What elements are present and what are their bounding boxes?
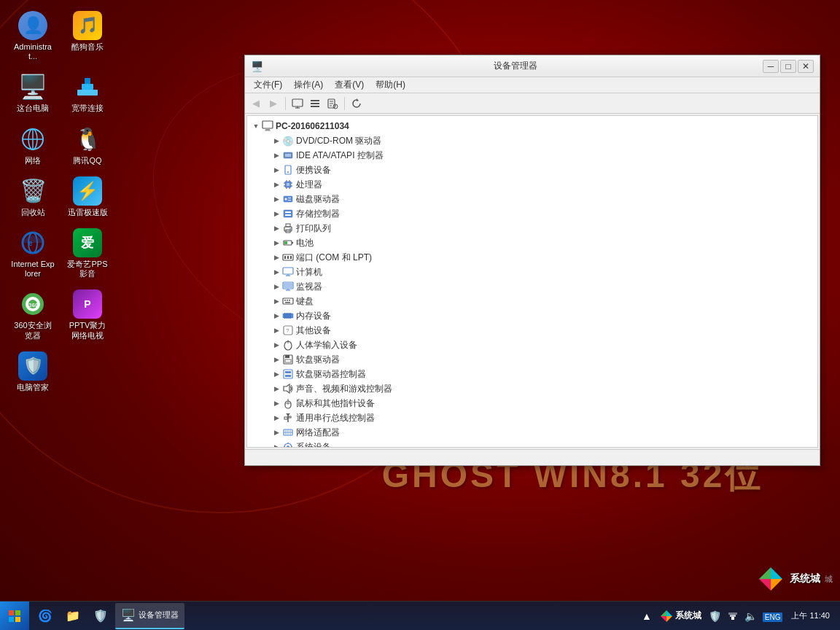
desktop-icon-broadband[interactable]: 宽带连接 bbox=[62, 69, 113, 117]
taskbar-shield[interactable]: 🛡️ bbox=[88, 603, 114, 629]
expand-storage[interactable]: ▶ bbox=[271, 208, 282, 219]
svg-marker-122 bbox=[666, 610, 672, 616]
desktop-icon-music[interactable]: 🎵 酷狗音乐 bbox=[62, 7, 113, 65]
toolbar-back[interactable]: ◀ bbox=[248, 96, 264, 112]
icon-floppy bbox=[282, 354, 294, 365]
svg-rect-37 bbox=[285, 154, 291, 157]
menu-action[interactable]: 操作(A) bbox=[288, 77, 329, 93]
tree-item-floppy[interactable]: ▶ 软盘驱动器 bbox=[247, 352, 817, 367]
desktop-icon-thunder[interactable]: ⚡ 迅雷极速版 bbox=[62, 173, 113, 221]
tree-item-disk[interactable]: ▶ 磁盘驱动器 bbox=[247, 192, 817, 206]
icon-label-iqiyi: 爱奇艺PPS影音 bbox=[66, 260, 109, 279]
tray-show-icons[interactable]: ▲ bbox=[640, 609, 653, 623]
tree-item-keyboard[interactable]: ▶ 键盘 bbox=[247, 294, 817, 308]
toolbar-properties[interactable] bbox=[324, 96, 341, 112]
taskbar-ie[interactable]: 🌀 bbox=[32, 603, 58, 629]
tree-item-monitor[interactable]: ▶ 监视器 bbox=[247, 279, 817, 294]
tray-volume[interactable]: 🔈 bbox=[743, 609, 758, 623]
tree-item-system[interactable]: ▶ 系统设备 bbox=[247, 440, 817, 448]
expand-hid[interactable]: ▶ bbox=[271, 339, 282, 351]
tray-lang-text: ENG bbox=[763, 612, 783, 622]
toolbar-refresh[interactable] bbox=[349, 96, 365, 112]
expand-system[interactable]: ▶ bbox=[271, 441, 282, 448]
minimize-button[interactable]: ─ bbox=[763, 60, 779, 73]
start-button[interactable] bbox=[0, 602, 29, 631]
toolbar-forward[interactable]: ▶ bbox=[265, 96, 281, 112]
device-tree[interactable]: ▼ PC-201606211034 ▶ 💿 DVD/CD-ROM 驱动器 bbox=[246, 115, 818, 448]
tray-clock[interactable]: 上午 11:40 bbox=[787, 611, 834, 621]
tree-item-portable[interactable]: ▶ 便携设备 bbox=[247, 163, 817, 177]
desktop-icon-admin[interactable]: 👤 Administrat... bbox=[7, 7, 58, 65]
expand-monitor[interactable]: ▶ bbox=[271, 281, 282, 292]
expand-printer[interactable]: ▶ bbox=[271, 222, 282, 234]
icon-system bbox=[282, 441, 294, 448]
icon-label-computer: 这台电脑 bbox=[17, 104, 49, 113]
svg-rect-93 bbox=[285, 359, 291, 362]
svg-rect-83 bbox=[287, 313, 288, 319]
tree-item-ide[interactable]: ▶ IDE ATA/ATAPI 控制器 bbox=[247, 148, 817, 163]
label-hid: 人体学输入设备 bbox=[296, 339, 357, 351]
desktop-icon-recycle[interactable]: 🗑️ 回收站 bbox=[7, 173, 58, 221]
tree-item-audio[interactable]: ▶ 声音、视频和游戏控制器 bbox=[247, 381, 817, 396]
tree-item-computer[interactable]: ▶ 计算机 bbox=[247, 265, 817, 279]
svg-rect-41 bbox=[287, 183, 289, 186]
tree-item-port[interactable]: ▶ 端口 (COM 和 LPT) bbox=[247, 250, 817, 265]
desktop-icon-360[interactable]: 360 360安全浏览器 bbox=[7, 286, 58, 343]
tree-item-memory[interactable]: ▶ 内存设备 bbox=[247, 308, 817, 323]
tree-item-printer[interactable]: ▶ 打印队列 bbox=[247, 221, 817, 236]
expand-mouse[interactable]: ▶ bbox=[271, 397, 282, 409]
expand-fdc[interactable]: ▶ bbox=[271, 368, 282, 380]
desktop-icon-ie[interactable]: e Internet Explorer bbox=[7, 225, 58, 282]
label-storage: 存储控制器 bbox=[296, 208, 340, 220]
desktop-icon-pcmgr[interactable]: 🛡️ 电脑管家 bbox=[7, 348, 58, 396]
expand-computer[interactable]: ▶ bbox=[271, 266, 282, 278]
tree-item-hid[interactable]: ▶ 人体学输入设备 bbox=[247, 338, 817, 352]
tree-item-storage[interactable]: ▶ 存储控制器 bbox=[247, 206, 817, 221]
expand-processor[interactable]: ▶ bbox=[271, 179, 282, 190]
expand-disk[interactable]: ▶ bbox=[271, 193, 282, 205]
desktop-icon-qq[interactable]: 🐧 腾讯QQ bbox=[62, 121, 113, 169]
expand-memory[interactable]: ▶ bbox=[271, 310, 282, 322]
toolbar-computer[interactable] bbox=[289, 96, 306, 112]
menu-view[interactable]: 查看(V) bbox=[329, 77, 370, 93]
svg-rect-24 bbox=[311, 103, 319, 104]
svg-rect-77 bbox=[287, 300, 288, 301]
tree-item-usb[interactable]: ▶ 通用串行总线控制器 bbox=[247, 411, 817, 425]
tree-root-node[interactable]: ▼ PC-201606211034 bbox=[247, 119, 817, 133]
expand-audio[interactable]: ▶ bbox=[271, 383, 282, 394]
tree-item-battery[interactable]: ▶ 电池 bbox=[247, 236, 817, 250]
expand-network[interactable]: ▶ bbox=[271, 427, 282, 438]
desktop-icon-pptv[interactable]: P PPTV聚力 网络电视 bbox=[62, 286, 113, 343]
taskbar-devmgr[interactable]: 🖥️ 设备管理器 bbox=[115, 603, 184, 629]
desktop-icon-computer[interactable]: 🖥️ 这台电脑 bbox=[7, 69, 58, 117]
menu-help[interactable]: 帮助(H) bbox=[370, 77, 411, 93]
expand-other[interactable]: ▶ bbox=[271, 324, 282, 336]
taskbar-explorer[interactable]: 📁 bbox=[60, 603, 86, 629]
expand-dvd[interactable]: ▶ bbox=[271, 135, 282, 147]
desktop-icon-network[interactable]: 网络 bbox=[7, 121, 58, 169]
root-expand-icon[interactable]: ▼ bbox=[250, 120, 262, 132]
expand-battery[interactable]: ▶ bbox=[271, 237, 282, 249]
svg-text:?: ? bbox=[286, 327, 289, 334]
svg-marker-97 bbox=[284, 384, 289, 393]
expand-portable[interactable]: ▶ bbox=[271, 164, 282, 176]
desktop-icon-iqiyi[interactable]: 爱 爱奇艺PPS影音 bbox=[62, 225, 113, 282]
menu-file[interactable]: 文件(F) bbox=[248, 77, 288, 93]
expand-usb[interactable]: ▶ bbox=[271, 412, 282, 424]
close-button[interactable]: ✕ bbox=[798, 60, 814, 73]
tree-item-mouse[interactable]: ▶ 鼠标和其他指针设备 bbox=[247, 396, 817, 411]
tree-item-network[interactable]: ▶ 网络适配器 bbox=[247, 425, 817, 440]
expand-ide[interactable]: ▶ bbox=[271, 149, 282, 161]
tray-security[interactable]: 🛡️ bbox=[707, 609, 723, 623]
tree-item-dvd[interactable]: ▶ 💿 DVD/CD-ROM 驱动器 bbox=[247, 133, 817, 148]
tree-item-fdc[interactable]: ▶ 软盘驱动器控制器 bbox=[247, 367, 817, 381]
expand-port[interactable]: ▶ bbox=[271, 252, 282, 263]
expand-keyboard[interactable]: ▶ bbox=[271, 295, 282, 307]
maximize-button[interactable]: □ bbox=[780, 60, 796, 73]
expand-floppy[interactable]: ▶ bbox=[271, 354, 282, 365]
tree-item-processor[interactable]: ▶ bbox=[247, 177, 817, 192]
tray-input-method[interactable]: ENG bbox=[761, 609, 785, 623]
tray-network[interactable] bbox=[726, 609, 740, 623]
tree-item-other[interactable]: ▶ ? 其他设备 bbox=[247, 323, 817, 338]
toolbar-list[interactable] bbox=[307, 96, 323, 112]
